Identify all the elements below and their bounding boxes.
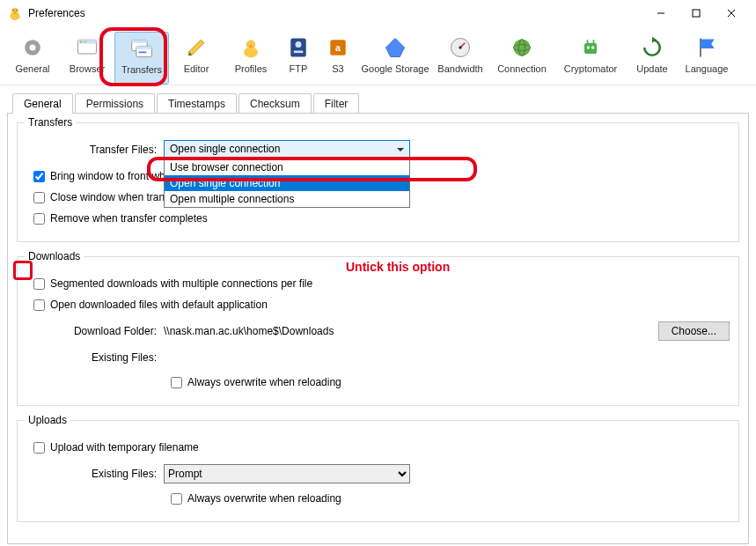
group-uploads-caption: Uploads: [25, 414, 70, 426]
maximize-button[interactable]: [679, 0, 714, 26]
duck-icon: [239, 35, 263, 60]
tab-checksum[interactable]: Checksum: [239, 93, 312, 114]
svg-point-23: [296, 41, 302, 48]
open-downloaded-checkbox[interactable]: [33, 299, 45, 311]
toolbar-profiles[interactable]: Profiles: [224, 32, 278, 85]
tab-permissions[interactable]: Permissions: [75, 93, 155, 114]
downloads-existing-files-label: Existing Files:: [26, 351, 157, 364]
toolbar-bandwidth[interactable]: Bandwidth: [433, 32, 488, 85]
pencil-icon: [184, 35, 209, 60]
minimize-button[interactable]: [643, 0, 679, 26]
svg-point-12: [80, 41, 82, 43]
transfer-files-label: Transfer Files:: [26, 144, 157, 156]
svg-point-34: [587, 46, 591, 49]
toolbar: General Browser Transfers Editor Pro: [0, 26, 756, 85]
download-folder-value: \\nask.man.ac.uk\home$\Downloads: [164, 325, 334, 337]
toolbar-google-storage[interactable]: Google Storage: [357, 32, 433, 85]
toolbar-connection[interactable]: Connection: [488, 32, 556, 85]
uploads-existing-files-label: Existing Files:: [26, 468, 157, 480]
toolbar-browser[interactable]: Browser: [60, 32, 114, 85]
bring-to-front-checkbox[interactable]: [33, 171, 45, 182]
segmented-downloads-label: Segmented downloads with multiple connec…: [50, 277, 312, 290]
transfer-files-option-browser[interactable]: Use browser connection: [165, 159, 409, 175]
refresh-icon: [640, 35, 664, 60]
group-downloads-caption: Downloads: [25, 250, 84, 262]
toolbar-ftp[interactable]: FTP: [278, 32, 319, 85]
toolbar-editor[interactable]: Editor: [169, 32, 224, 85]
open-downloaded-label: Open downloaded files with default appli…: [50, 299, 268, 311]
transfer-files-option-multiple[interactable]: Open multiple connections: [165, 191, 409, 207]
ftp-icon: [286, 35, 311, 60]
gauge-icon: [448, 35, 473, 60]
svg-rect-5: [693, 10, 700, 17]
tab-timestamps[interactable]: Timestamps: [157, 93, 237, 114]
svg-rect-24: [294, 51, 304, 54]
svg-point-29: [459, 46, 462, 49]
svg-point-14: [84, 41, 86, 43]
globe-icon: [510, 35, 534, 60]
segmented-downloads-checkbox[interactable]: [33, 278, 45, 290]
group-transfers-caption: Transfers: [25, 116, 76, 129]
svg-rect-18: [136, 46, 152, 49]
group-downloads: Downloads Segmented downloads with multi…: [17, 256, 739, 406]
upload-temp-filename-checkbox[interactable]: [33, 442, 45, 454]
svg-point-3: [16, 10, 17, 11]
remove-complete-label: Remove when transfer completes: [50, 212, 208, 225]
svg-point-30: [513, 39, 530, 55]
window-title: Preferences: [28, 7, 643, 19]
transfer-files-dropdown: Use browser connection Open single conne…: [164, 159, 410, 208]
svg-text:a: a: [335, 42, 341, 53]
svg-rect-33: [584, 43, 597, 54]
choose-folder-button[interactable]: Choose...: [658, 321, 730, 341]
close-button[interactable]: [714, 0, 749, 26]
app-icon: [7, 5, 23, 21]
tab-strip: General Permissions Timestamps Checksum …: [12, 93, 756, 114]
toolbar-general[interactable]: General: [5, 32, 60, 85]
robot-icon: [578, 35, 603, 60]
uploads-existing-files-combo[interactable]: Prompt: [164, 464, 410, 483]
download-folder-label: Download Folder:: [26, 325, 157, 337]
svg-rect-19: [139, 52, 147, 54]
svg-point-35: [591, 46, 595, 49]
tab-filter[interactable]: Filter: [313, 93, 360, 114]
toolbar-s3[interactable]: a S3: [319, 32, 357, 85]
tab-page-general: Untick this option Transfers Transfer Fi…: [7, 113, 749, 544]
transfer-files-option-single[interactable]: Open single connection: [165, 175, 409, 191]
remove-complete-checkbox[interactable]: [33, 213, 45, 225]
upload-temp-filename-label: Upload with temporary filename: [50, 441, 199, 454]
s3-icon: a: [326, 35, 350, 60]
browser-icon: [75, 35, 99, 60]
svg-rect-16: [132, 40, 148, 43]
uploads-overwrite-reload-checkbox[interactable]: [171, 493, 182, 505]
svg-point-2: [13, 10, 14, 11]
transfers-icon: [129, 36, 154, 61]
svg-point-13: [83, 41, 84, 43]
downloads-overwrite-reload-label: Always overwrite when reloading: [187, 376, 341, 388]
group-transfers: Transfers Transfer Files: Open single co…: [17, 122, 739, 242]
svg-point-9: [30, 45, 36, 51]
transfer-files-combo[interactable]: Open single connection: [164, 140, 410, 159]
google-storage-icon: [383, 35, 407, 60]
uploads-overwrite-reload-label: Always overwrite when reloading: [187, 492, 341, 505]
flag-icon: [694, 35, 719, 60]
toolbar-transfers[interactable]: Transfers: [114, 32, 169, 85]
tab-general[interactable]: General: [12, 93, 73, 114]
group-uploads: Uploads Upload with temporary filename E…: [17, 420, 739, 522]
toolbar-cryptomator[interactable]: Cryptomator: [556, 32, 625, 85]
toolbar-update[interactable]: Update: [625, 32, 679, 85]
gear-icon: [20, 35, 45, 60]
toolbar-language[interactable]: Language: [679, 32, 734, 85]
downloads-overwrite-reload-checkbox[interactable]: [171, 377, 182, 388]
close-window-checkbox[interactable]: [33, 192, 45, 203]
